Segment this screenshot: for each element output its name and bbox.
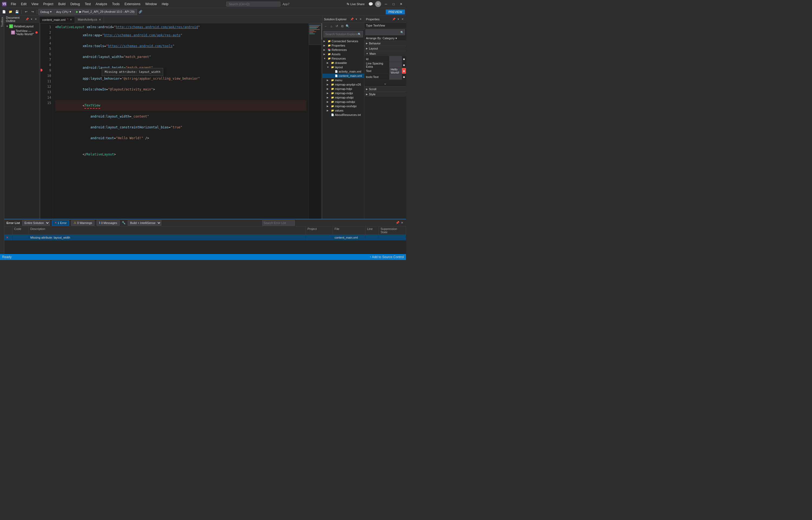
build-scope-dropdown[interactable]: Build + IntelliSense	[128, 220, 161, 226]
menu-analyze[interactable]: Analyze	[93, 2, 109, 6]
error-panel-pin[interactable]: 📌	[396, 221, 399, 225]
se-values[interactable]: ▶ 📁 values	[323, 108, 364, 113]
se-pin-btn[interactable]: 📌	[350, 17, 354, 21]
col-file[interactable]: File	[333, 227, 365, 235]
col-project[interactable]: Project	[306, 227, 333, 235]
props-text-btn[interactable]: ■	[402, 68, 406, 74]
redo-btn[interactable]: ↪	[29, 9, 35, 15]
menu-help[interactable]: Help	[160, 2, 170, 6]
pin-btn[interactable]: 📌	[25, 17, 29, 21]
se-connected-services[interactable]: ▶ 📁 Connected Services	[323, 39, 364, 43]
live-share-button[interactable]: ⇆ Live Share	[345, 2, 366, 6]
debug-config-dropdown[interactable]: Debug ▾	[38, 9, 54, 15]
props-options-btn[interactable]: ▾	[396, 17, 400, 21]
se-close-btn[interactable]: ✕	[359, 17, 362, 21]
col-code[interactable]: Code	[12, 227, 29, 235]
props-close-btn[interactable]: ✕	[400, 17, 404, 21]
props-id-btn[interactable]: ■	[402, 56, 406, 62]
se-activity-main[interactable]: 📄 activity_main.xml	[323, 69, 364, 74]
errors-filter-btn[interactable]: ✕ 1 Error	[52, 220, 69, 226]
props-tools-text-value[interactable]	[389, 74, 402, 80]
behavior-section-header[interactable]: ▶ Behavior	[364, 41, 406, 46]
se-options-btn[interactable]: ▾	[354, 17, 358, 21]
warnings-filter-btn[interactable]: ⚠ 0 Warnings	[71, 220, 94, 226]
se-drawable[interactable]: ▶ 📁 drawable	[323, 61, 364, 65]
props-line-spacing-value[interactable]	[389, 62, 402, 68]
close-button[interactable]: ✕	[398, 1, 404, 7]
tab-content-main[interactable]: content_main.xml * ✕	[39, 16, 75, 23]
se-about-resources[interactable]: 📄 AboutResources.txt	[323, 113, 364, 117]
scroll-section-header[interactable]: ▶ Scroll	[364, 87, 406, 92]
error-row-1[interactable]: ✕ Missing attribute: layout_width conten…	[4, 235, 406, 240]
menu-project[interactable]: Project	[41, 2, 55, 6]
menu-edit[interactable]: Edit	[19, 2, 29, 6]
outline-item-relativelayout[interactable]: ▼ L RelativeLayout	[5, 24, 39, 29]
props-search-input[interactable]	[367, 31, 400, 34]
props-tools-text-btn[interactable]: ■	[402, 74, 406, 80]
se-menu[interactable]: ▶ 📁 menu	[323, 78, 364, 82]
props-id-value[interactable]	[389, 56, 402, 62]
undo-btn[interactable]: ↩	[23, 9, 29, 15]
se-mipmap-xxxhdpi[interactable]: ▶ 📁 mipmap-xxxhdpi	[323, 104, 364, 108]
col-description[interactable]: Description	[29, 227, 306, 235]
se-resources[interactable]: ▼ 📁 Resources	[323, 56, 364, 61]
se-mipmap-mdpi[interactable]: ▶ 📁 mipmap-mdpi	[323, 91, 364, 95]
props-more-btn[interactable]: ⌄	[364, 80, 406, 86]
se-assets[interactable]: ▶ 📁 Assets	[323, 52, 364, 56]
menu-extensions[interactable]: Extensions	[122, 2, 143, 6]
se-collapse-btn[interactable]: ⊟	[340, 24, 344, 29]
toolbox-panel[interactable]: Toolbox	[0, 16, 4, 260]
tab-close-mainactivity[interactable]: ✕	[99, 18, 101, 21]
se-back-btn[interactable]: ←	[324, 24, 328, 29]
menu-build[interactable]: Build	[56, 2, 68, 6]
se-search-box[interactable]: 🔍	[324, 31, 363, 37]
props-text-value[interactable]: Hello World!	[389, 68, 402, 74]
new-file-btn[interactable]: 📄	[1, 9, 7, 15]
main-section-header[interactable]: ▼ Main	[364, 51, 406, 56]
tab-mainactivity[interactable]: MainActivity.cs ✕	[75, 16, 104, 23]
props-line-spacing-btn[interactable]: ■	[402, 62, 406, 68]
props-search-box[interactable]: 🔍	[365, 29, 405, 35]
panel-close-btn[interactable]: ✕	[34, 17, 38, 21]
se-content-main[interactable]: 📄 content_main.xml	[323, 74, 364, 78]
messages-filter-btn[interactable]: ℹ 0 Messages	[96, 220, 119, 226]
minimap-thumb[interactable]	[321, 23, 322, 40]
style-section-header[interactable]: ▶ Style	[364, 92, 406, 97]
layout-section-header[interactable]: ▶ Layout	[364, 46, 406, 51]
col-line[interactable]: Line	[365, 227, 379, 235]
se-refresh-btn[interactable]: ↺	[334, 24, 339, 29]
menu-test[interactable]: Test	[83, 2, 93, 6]
col-suppression[interactable]: Suppression State	[379, 227, 406, 235]
maximize-button[interactable]: □	[391, 1, 396, 7]
se-mipmap-hdpi[interactable]: ▶ 📁 mipmap-hdpi	[323, 87, 364, 91]
error-search-input[interactable]	[262, 220, 295, 226]
se-home-btn[interactable]: ⌂	[329, 24, 334, 29]
panel-options-btn[interactable]: ▾	[29, 17, 33, 21]
menu-tools[interactable]: Tools	[110, 2, 122, 6]
se-mipmap-anydpi[interactable]: ▶ 📁 mipmap-anydpi-v26	[323, 82, 364, 87]
se-mipmap-xxhdpi[interactable]: ▶ 📁 mipmap-xxhdpi	[323, 100, 364, 104]
se-properties[interactable]: ▶ 📁 Properties	[323, 43, 364, 48]
se-search-input[interactable]	[325, 32, 358, 36]
error-panel-close[interactable]: ✕	[400, 221, 404, 225]
open-btn[interactable]: 📁	[7, 9, 13, 15]
menu-window[interactable]: Window	[143, 2, 159, 6]
se-filter-btn[interactable]: 🔍	[345, 24, 350, 29]
save-btn[interactable]: 💾	[14, 9, 20, 15]
solution-scope-dropdown[interactable]: Entire Solution	[22, 220, 50, 226]
tab-close-content-main[interactable]: ✕	[70, 18, 72, 21]
menu-view[interactable]: View	[29, 2, 40, 6]
se-layout[interactable]: ▼ 📁 layout	[323, 65, 364, 69]
global-search-input[interactable]	[226, 2, 280, 6]
feedback-icon[interactable]: 💬	[368, 2, 373, 6]
menu-debug[interactable]: Debug	[68, 2, 82, 6]
props-arrange-dropdown[interactable]: Arrange By: Category ▾	[364, 36, 406, 41]
minimize-button[interactable]: ─	[383, 1, 389, 7]
outline-item-textview[interactable]: T TextView — "Hello World!"	[5, 29, 39, 36]
run-button[interactable]: ▶ ▶ Pixel_2_API_29 (Android 10.0 - API 2…	[74, 9, 137, 15]
props-pin-btn[interactable]: 📌	[392, 17, 396, 21]
cpu-config-dropdown[interactable]: Any CPU ▾	[54, 9, 73, 15]
attach-btn[interactable]: 🔗	[138, 9, 143, 15]
user-avatar[interactable]: U	[375, 1, 381, 7]
menu-file[interactable]: File	[9, 2, 18, 6]
